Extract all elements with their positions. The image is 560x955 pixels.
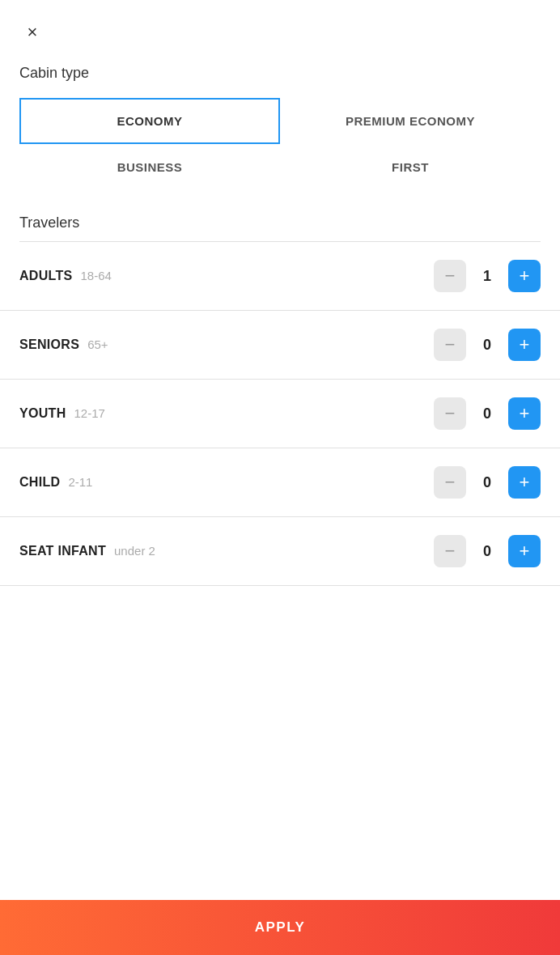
- adults-increment-button[interactable]: +: [508, 260, 541, 292]
- cabin-option-business[interactable]: BUSINESS: [19, 144, 280, 190]
- main-container: × Cabin type ECONOMY PREMIUM ECONOMY BUS…: [0, 0, 560, 955]
- child-decrement-button[interactable]: −: [434, 466, 466, 499]
- stepper-seniors: − 0 +: [434, 329, 541, 361]
- traveler-age-youth: 12-17: [74, 406, 105, 420]
- cabin-type-title: Cabin type: [19, 65, 541, 82]
- traveler-row-youth: YOUTH 12-17 − 0 +: [0, 380, 560, 448]
- traveler-info-youth: YOUTH 12-17: [19, 406, 434, 421]
- stepper-child: − 0 +: [434, 466, 541, 499]
- traveler-age-seat-infant: under 2: [114, 544, 155, 558]
- stepper-seat-infant: − 0 +: [434, 535, 541, 567]
- seniors-value: 0: [479, 337, 495, 354]
- close-icon: ×: [28, 22, 38, 43]
- travelers-title: Travelers: [19, 214, 541, 241]
- traveler-row-seniors: SENIORS 65+ − 0 +: [0, 311, 560, 380]
- stepper-adults: − 1 +: [434, 260, 541, 292]
- close-button[interactable]: ×: [16, 16, 49, 49]
- apply-button[interactable]: APPLY: [0, 900, 560, 955]
- traveler-row-adults: ADULTS 18-64 − 1 +: [0, 242, 560, 311]
- youth-decrement-button[interactable]: −: [434, 397, 466, 430]
- traveler-age-seniors: 65+: [87, 337, 108, 351]
- travelers-section: Travelers ADULTS 18-64 − 1 + SENIORS 65+…: [0, 214, 560, 586]
- youth-increment-button[interactable]: +: [508, 397, 541, 430]
- seat-infant-value: 0: [479, 543, 495, 560]
- traveler-info-child: CHILD 2-11: [19, 475, 434, 490]
- traveler-name-child: CHILD: [19, 475, 60, 490]
- adults-value: 1: [479, 268, 495, 285]
- traveler-age-child: 2-11: [68, 475, 92, 489]
- traveler-name-seniors: SENIORS: [19, 337, 79, 352]
- traveler-age-adults: 18-64: [81, 269, 112, 282]
- traveler-row-child: CHILD 2-11 − 0 +: [0, 448, 560, 517]
- cabin-option-economy[interactable]: ECONOMY: [19, 98, 280, 144]
- traveler-name-seat-infant: SEAT INFANT: [19, 544, 106, 558]
- cabin-option-premium-economy[interactable]: PREMIUM ECONOMY: [280, 98, 541, 144]
- child-value: 0: [479, 474, 495, 491]
- traveler-info-seniors: SENIORS 65+: [19, 337, 434, 352]
- cabin-option-first[interactable]: FIRST: [280, 144, 541, 190]
- seniors-increment-button[interactable]: +: [508, 329, 541, 361]
- traveler-name-adults: ADULTS: [19, 269, 73, 283]
- stepper-youth: − 0 +: [434, 397, 541, 430]
- cabin-type-grid: ECONOMY PREMIUM ECONOMY BUSINESS FIRST: [19, 98, 541, 190]
- apply-label: APPLY: [255, 919, 306, 936]
- seniors-decrement-button[interactable]: −: [434, 329, 466, 361]
- adults-decrement-button[interactable]: −: [434, 260, 466, 292]
- traveler-info-adults: ADULTS 18-64: [19, 269, 434, 283]
- traveler-info-seat-infant: SEAT INFANT under 2: [19, 544, 434, 558]
- child-increment-button[interactable]: +: [508, 466, 541, 499]
- seat-infant-increment-button[interactable]: +: [508, 535, 541, 567]
- traveler-row-seat-infant: SEAT INFANT under 2 − 0 +: [0, 517, 560, 586]
- traveler-name-youth: YOUTH: [19, 406, 66, 421]
- seat-infant-decrement-button[interactable]: −: [434, 535, 466, 567]
- youth-value: 0: [479, 405, 495, 422]
